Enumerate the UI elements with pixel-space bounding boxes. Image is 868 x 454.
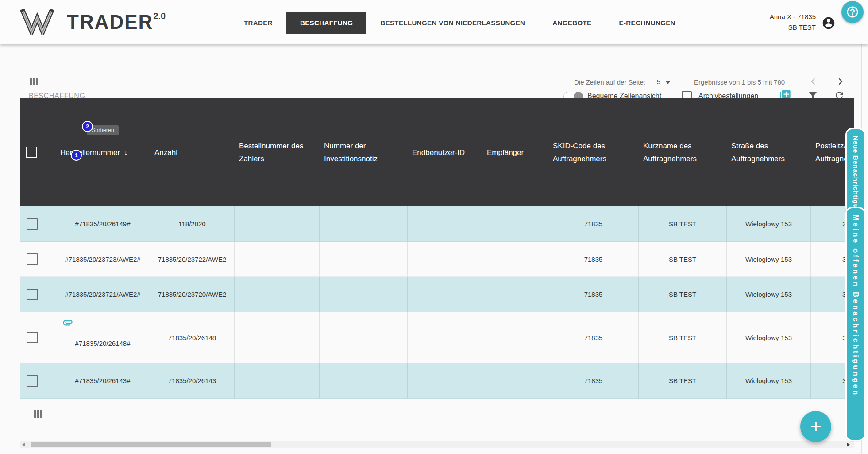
cell-value: SB TEST: [669, 377, 696, 384]
user-org: SB TEST: [708, 22, 816, 33]
nav-tab-e-rechnungen[interactable]: E-RECHNUNGEN: [606, 12, 689, 34]
cell-manufacturer-number: #71835/20/23723/AWE2#: [56, 242, 150, 277]
column-header-manufacturer-number[interactable]: Herstellernummer↓: [56, 146, 150, 159]
cell-value: #71835/20/23723/AWE2#: [65, 256, 140, 263]
scroll-right-arrow-icon[interactable]: [847, 442, 850, 447]
column-header-contractor-skid-code[interactable]: SKID-Code des Auftragnehmers: [548, 140, 639, 165]
cell-value: #71835/20/26148#: [75, 340, 130, 347]
select-all-cell: [20, 147, 56, 158]
table-row[interactable]: #71835/20/26143#71835/20/2614371835SB TE…: [20, 363, 854, 399]
cell-value: 3: [842, 220, 846, 228]
cell-contractor-skid-code: 71835: [548, 206, 639, 242]
sort-desc-icon: ↓: [124, 149, 127, 156]
row-checkbox[interactable]: [27, 332, 38, 343]
cell-value: 71835/20/23720/AWE2: [158, 291, 227, 298]
columns-icon-bottom[interactable]: [33, 409, 43, 419]
orders-table: Herstellernummer↓AnzahlBestellnummer des…: [20, 98, 854, 399]
cell-quantity: 71835/20/23720/AWE2: [150, 277, 235, 312]
next-page-icon[interactable]: [836, 77, 845, 86]
attachment-icon: [62, 317, 73, 328]
row-checkbox[interactable]: [27, 289, 38, 300]
column-header-investment-note-number[interactable]: Nummer der Investitionsnotiz: [320, 140, 408, 165]
horizontal-scrollbar-thumb[interactable]: [31, 442, 271, 447]
column-header-end-user-id[interactable]: Endbenutzer-ID: [408, 146, 482, 159]
cell-receiver: [482, 277, 548, 312]
add-order-fab[interactable]: +: [800, 411, 831, 442]
cell-value: SB TEST: [669, 220, 696, 228]
cell-value: 71835: [584, 291, 603, 298]
nav-tab-angebote[interactable]: ANGEBOTE: [539, 12, 605, 34]
nav-tab-trader[interactable]: TRADER: [230, 12, 286, 34]
column-header-contractor-street[interactable]: Straße des Auftragnehmers: [727, 140, 811, 165]
annotation-badge-2: 2: [82, 121, 93, 132]
cell-end-user-id: [408, 312, 482, 363]
cell-value: 71835: [584, 256, 603, 263]
cell-manufacturer-number: #71835/20/26143#: [56, 363, 150, 399]
cell-contractor-short-name: SB TEST: [639, 363, 727, 399]
help-button[interactable]: [841, 1, 864, 23]
cell-value: 3: [842, 334, 846, 341]
column-header-payer-order-number[interactable]: Bestellnummer des Zahlers: [235, 140, 320, 165]
cell-contractor-short-name: SB TEST: [639, 312, 727, 363]
prev-page-icon[interactable]: [809, 77, 818, 86]
select-all-checkbox[interactable]: [26, 147, 37, 158]
cell-value: Wielogłowy 153: [745, 220, 792, 228]
row-checkbox[interactable]: [27, 375, 38, 387]
cell-contractor-short-name: SB TEST: [639, 206, 727, 242]
cell-receiver: [482, 363, 548, 399]
table-body: #71835/20/26149#118/202071835SB TESTWiel…: [20, 206, 854, 399]
app-root: TRADER2.0 TRADERBESCHAFFUNGBESTELLUNGEN …: [0, 0, 868, 454]
rows-per-page-caret-icon[interactable]: [666, 81, 670, 84]
nav-tab-bestellungen-von-niederlassungen[interactable]: BESTELLUNGEN VON NIEDERLASSUNGEN: [366, 12, 539, 34]
cell-contractor-street: Wielogłowy 153: [727, 206, 811, 242]
cell-contractor-short-name: SB TEST: [639, 277, 727, 312]
cell-value: SB TEST: [669, 256, 696, 263]
horizontal-scrollbar[interactable]: [20, 441, 854, 448]
cell-contractor-skid-code: 71835: [548, 312, 639, 363]
cell-value: 118/2020: [178, 220, 205, 228]
scroll-left-arrow-icon[interactable]: [22, 442, 25, 447]
cell-end-user-id: [408, 363, 482, 399]
cell-contractor-short-name: SB TEST: [639, 242, 727, 277]
rows-per-page-select[interactable]: 5: [657, 78, 660, 85]
row-checkbox-cell: [20, 277, 56, 312]
row-checkbox-cell: [20, 242, 56, 277]
account-icon[interactable]: [822, 16, 836, 30]
cell-value: 3: [842, 291, 846, 298]
cell-value: 3: [842, 256, 846, 263]
cell-receiver: [482, 242, 548, 277]
cell-contractor-skid-code: 71835: [548, 363, 639, 399]
cell-value: #71835/20/26149#: [75, 220, 130, 228]
table-row[interactable]: #71835/20/23723/AWE2#71835/20/23722/AWE2…: [20, 242, 854, 277]
cell-contractor-street: Wielogłowy 153: [727, 312, 811, 363]
cell-payer-order-number: [235, 277, 320, 312]
side-tab-new-notifications[interactable]: Neue Benachrichtigungen: [847, 129, 864, 212]
cell-payer-order-number: [235, 312, 320, 363]
cell-manufacturer-number: #71835/20/26149#: [56, 206, 150, 242]
cell-investment-note-number: [320, 242, 408, 277]
cell-value: Wielogłowy 153: [745, 291, 792, 298]
cell-end-user-id: [408, 206, 482, 242]
cell-value: SB TEST: [669, 334, 696, 341]
cell-manufacturer-number: #71835/20/26148#: [56, 312, 150, 363]
column-header-receiver[interactable]: Empfänger: [482, 146, 548, 159]
cell-contractor-skid-code: 71835: [548, 242, 639, 277]
cell-value: Wielogłowy 153: [745, 334, 792, 341]
nav-tab-beschaffung[interactable]: BESCHAFFUNG: [286, 12, 366, 34]
row-checkbox[interactable]: [27, 253, 38, 265]
column-header-quantity[interactable]: Anzahl: [150, 146, 235, 159]
table-row[interactable]: #71835/20/23721/AWE2#71835/20/23720/AWE2…: [20, 277, 854, 312]
cell-quantity: 71835/20/26143: [150, 363, 235, 399]
cell-value: 71835/20/23722/AWE2: [158, 256, 227, 263]
table-row[interactable]: #71835/20/26148#71835/20/2614871835SB TE…: [20, 312, 854, 363]
side-tab-my-open-notifications[interactable]: Meine offenen Benachrichtigungen: [847, 208, 864, 440]
logo-version: 2.0: [153, 11, 166, 21]
column-header-contractor-short-name[interactable]: Kurzname des Auftragnehmers: [639, 140, 727, 165]
table-header: Herstellernummer↓AnzahlBestellnummer des…: [20, 98, 854, 206]
table-row[interactable]: #71835/20/26149#118/202071835SB TESTWiel…: [20, 206, 854, 242]
row-checkbox-cell: [20, 206, 56, 242]
row-checkbox[interactable]: [27, 218, 38, 230]
logo[interactable]: TRADER2.0: [20, 9, 166, 35]
cell-value: 71835: [584, 220, 603, 228]
columns-icon-top[interactable]: [28, 76, 39, 87]
